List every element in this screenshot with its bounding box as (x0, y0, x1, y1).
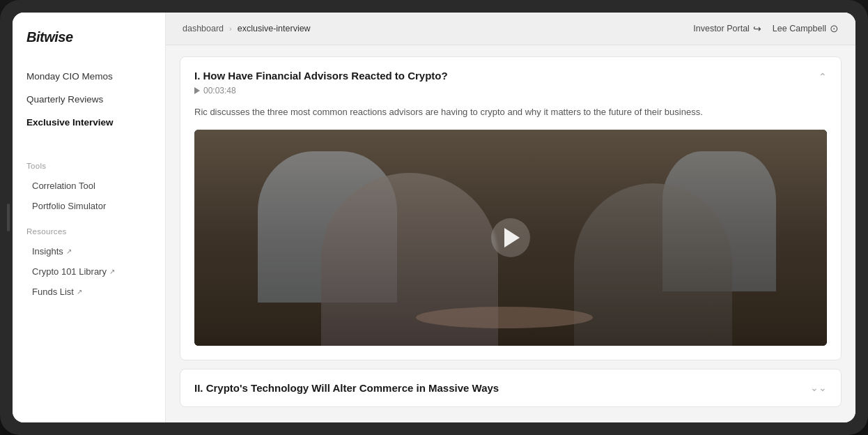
video-card-2: II. Crypto's Technology Will Alter Comme… (180, 369, 842, 407)
card1-title: I. How Have Financial Advisors Reacted t… (194, 70, 810, 82)
sidebar-item-quarterly-reviews[interactable]: Quarterly Reviews (13, 88, 165, 111)
video-card-1: I. How Have Financial Advisors Reacted t… (180, 56, 842, 360)
expand-button[interactable]: ⌄⌄ (810, 382, 827, 393)
investor-portal-label: Investor Portal (693, 24, 750, 33)
screen: Bitwise Monday CIO Memos Quarterly Revie… (13, 13, 855, 422)
user-avatar-icon: ⊙ (830, 22, 839, 35)
tablet-frame: Bitwise Monday CIO Memos Quarterly Revie… (0, 0, 868, 435)
user-menu[interactable]: Lee Campbell ⊙ (773, 22, 839, 35)
breadcrumb-separator: › (229, 24, 232, 33)
play-button[interactable] (491, 218, 530, 257)
header-actions: Investor Portal ↪ Lee Campbell ⊙ (693, 22, 839, 35)
card2-title: II. Crypto's Technology Will Alter Comme… (194, 382, 499, 394)
investor-portal-button[interactable]: Investor Portal ↪ (693, 23, 761, 34)
sidebar: Bitwise Monday CIO Memos Quarterly Revie… (13, 13, 166, 422)
breadcrumb-current: exclusive-interview (238, 24, 311, 33)
scene-table (416, 307, 593, 328)
sidebar-item-monday-cio-memos[interactable]: Monday CIO Memos (13, 65, 165, 88)
duration-play-icon (194, 87, 200, 94)
header: dashboard › exclusive-interview Investor… (166, 13, 855, 45)
card1-duration: 00:03:48 (194, 86, 810, 96)
main-nav: Monday CIO Memos Quarterly Reviews Exclu… (13, 65, 165, 151)
card1-description: Ric discusses the three most common reac… (180, 105, 841, 130)
main-content: dashboard › exclusive-interview Investor… (166, 13, 855, 422)
breadcrumb-dashboard[interactable]: dashboard (183, 24, 224, 33)
sidebar-item-correlation-tool[interactable]: Correlation Tool (13, 176, 165, 196)
external-link-icon: ↗ (66, 247, 72, 255)
external-portal-icon: ↪ (753, 23, 761, 34)
sidebar-item-funds-list[interactable]: Funds List ↗ (13, 282, 165, 302)
sidebar-item-insights[interactable]: Insights ↗ (13, 241, 165, 261)
resources-section-title: Resources (13, 216, 165, 241)
sidebar-item-portfolio-simulator[interactable]: Portfolio Simulator (13, 196, 165, 216)
collapse-button[interactable]: ⌃ (819, 71, 827, 82)
user-name: Lee Campbell (773, 24, 826, 33)
external-link-icon: ↗ (77, 288, 82, 296)
play-icon (504, 228, 520, 247)
video-player[interactable] (194, 130, 827, 346)
breadcrumb: dashboard › exclusive-interview (183, 24, 311, 33)
sidebar-item-crypto-101-library[interactable]: Crypto 101 Library ↗ (13, 261, 165, 282)
logo: Bitwise (13, 29, 165, 65)
card1-title-area: I. How Have Financial Advisors Reacted t… (194, 70, 810, 96)
card1-header: I. How Have Financial Advisors Reacted t… (180, 57, 841, 105)
video-background (194, 130, 827, 346)
tools-section-title: Tools (13, 151, 165, 176)
scene-person-right (574, 183, 732, 346)
content-area: I. How Have Financial Advisors Reacted t… (166, 45, 855, 422)
external-link-icon: ↗ (109, 268, 115, 275)
card2-header: II. Crypto's Technology Will Alter Comme… (180, 369, 841, 406)
sidebar-item-exclusive-interview[interactable]: Exclusive Interview (13, 111, 165, 134)
